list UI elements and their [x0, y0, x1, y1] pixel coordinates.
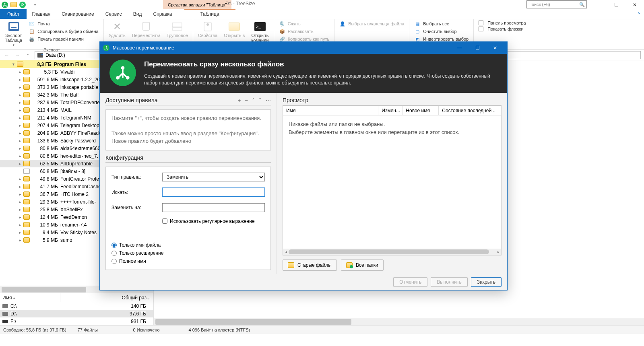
radio-fullname[interactable]: Полное имя [111, 258, 265, 264]
status-free: Свободно: 55,8 ГБ (из 97,6 ГБ) [3, 327, 66, 332]
search-input[interactable] [162, 188, 265, 197]
svg-rect-5 [11, 27, 17, 28]
replace-input[interactable] [162, 203, 265, 212]
svg-point-10 [206, 23, 209, 26]
preview-col-changed[interactable]: Измен... [378, 106, 402, 115]
bulk-rename-dialog: Массовое переименование — ☐ ✕ Переименов… [99, 41, 508, 290]
preview-col-newname[interactable]: Новое имя [402, 106, 439, 115]
contextual-tab-header: Средства вкладки "Таблица" [163, 0, 231, 9]
drives-table: Имя▴ Общий раз... C:\140 ГБD:\97,6 ГБF:\… [0, 293, 153, 325]
dialog-app-icon [103, 45, 109, 51]
dialog-description: Создавайте новые правила переименования,… [144, 73, 499, 87]
regex-checkbox[interactable] [162, 218, 167, 224]
rule-type-select[interactable]: Заменить [162, 173, 265, 181]
drives-col-name[interactable]: Имя▴ [0, 293, 60, 302]
dialog-close-button[interactable]: ✕ [486, 42, 504, 54]
drive-icon [37, 53, 43, 58]
rules-hint: Нажмите "+", чтобы создать новое правило… [105, 109, 271, 150]
rules-down-icon[interactable]: ˅ [259, 97, 262, 103]
status-excluded: 0 Исключено [133, 327, 178, 332]
search-placeholder: Поиск (F6) [528, 2, 550, 7]
mail-button[interactable]: ✉️Почта [27, 20, 100, 27]
dialog-logo-icon [109, 60, 136, 86]
rules-more-icon[interactable]: ⋯ [266, 97, 271, 103]
preview-empty-text: Никакие файлы или папки не выбраны. Выбе… [283, 115, 501, 249]
select-all-button[interactable]: ▦Выбрать все [413, 20, 470, 27]
dialog-title: Массовое переименование [113, 45, 174, 51]
minimize-button[interactable]: — [588, 0, 607, 9]
svg-rect-8 [172, 28, 182, 30]
close-dialog-button[interactable]: Закрыть [471, 277, 502, 287]
config-panel-title: Конфигурация [105, 154, 271, 163]
qat-separator [30, 2, 30, 8]
cancel-button: Отменить [393, 277, 427, 287]
compress-button: 🗜️Сжать [277, 20, 331, 27]
regex-label: Использовать регулярное выражение [170, 218, 255, 224]
menu-file[interactable]: Файл [0, 9, 27, 19]
ribbon-group-export-label: Экспорт [3, 47, 100, 53]
list-scrollbar-h[interactable] [154, 318, 644, 325]
all-folders-button[interactable]: Все папки [341, 260, 384, 271]
move-button: Переместить/ [130, 20, 162, 39]
menu-tab-home[interactable]: Главная [27, 9, 56, 19]
drive-row[interactable]: C:\140 ГБ [0, 302, 153, 310]
dialog-titlebar[interactable]: Массовое переименование — ☐ ✕ [100, 42, 507, 54]
export-table-button[interactable]: Экспорт Таблица ▾ [3, 20, 24, 47]
svg-point-13 [107, 49, 108, 50]
old-files-button[interactable]: Старые файлы [283, 260, 337, 271]
dialog-heading: Переименовать сразу несколько файлов [144, 60, 499, 70]
close-button[interactable]: ✕ [625, 0, 644, 9]
menu-tab-scan[interactable]: Сканирование [56, 9, 99, 19]
show-flags-checkbox[interactable]: Показать флажки [477, 26, 527, 32]
window-title: D:\ - TreeSize [225, 1, 255, 6]
run-button: Выполнить [431, 277, 468, 287]
drive-row[interactable]: F:\931 ГБ [0, 317, 153, 325]
rules-add-icon[interactable]: + [238, 97, 241, 103]
rules-remove-icon[interactable]: − [245, 97, 248, 103]
open-in-button: Открыть в [222, 20, 246, 39]
menu-tab-view[interactable]: Вид [128, 9, 148, 19]
radio-extension[interactable]: Только расширение [111, 250, 265, 256]
preview-col-name[interactable]: Имя [283, 106, 378, 115]
status-cluster: 4 096 Байт на кластер (NTFS) [189, 327, 250, 332]
select-owner-button: 👤Выбрать владельца файла [338, 20, 406, 27]
status-files: 77 Файлы [78, 327, 122, 332]
search-icon: 🔍 [579, 2, 585, 7]
svg-rect-6 [143, 22, 149, 30]
preview-table: Имя Измен... Новое имя Состояние последн… [283, 105, 502, 255]
clear-selection-button[interactable]: ▢Очистить выбор [413, 28, 470, 35]
title-bar: ⟳ ▾ Средства вкладки "Таблица" D:\ - Tre… [0, 0, 644, 9]
drive-row[interactable]: D:\97,6 ГБ [0, 310, 153, 317]
qat-refresh-icon[interactable]: ⟳ [19, 2, 26, 8]
search-label: Искать: [111, 189, 158, 195]
preview-panel-checkbox[interactable]: Панель просмотра [477, 20, 527, 26]
drives-col-size[interactable]: Общий раз... [60, 293, 153, 302]
search-box[interactable]: Поиск (F6) 🔍 [526, 0, 587, 8]
menu-tab-help[interactable]: Справка [147, 9, 178, 19]
group-rename-button: Групповое [165, 20, 190, 39]
qat-open-icon[interactable] [10, 2, 17, 7]
preview-scrollbar-h[interactable]: ◂▸ [283, 249, 501, 255]
dialog-maximize-button[interactable]: ☐ [469, 42, 486, 54]
radio-filename[interactable]: Только имя файла [111, 242, 265, 248]
properties-button: Свойства [196, 20, 219, 39]
status-bar: Свободно: 55,8 ГБ (из 97,6 ГБ) 77 Файлы … [0, 325, 644, 334]
menu-tab-table[interactable]: Таблица [184, 9, 235, 19]
open-cmd-button[interactable]: >_ Открыть командн [250, 20, 270, 43]
copy-clipboard-button[interactable]: 📋Скопировать в буфер обмена [27, 28, 100, 35]
rule-type-label: Тип правила: [111, 174, 158, 180]
print-right-button[interactable]: 🖨️Печать правой панели [27, 35, 100, 43]
unpack-button: 📦Распаковать [277, 28, 331, 35]
preview-panel-title: Просмотр [283, 97, 308, 103]
preview-col-status[interactable]: Состояние последней .. [439, 106, 501, 115]
dialog-minimize-button[interactable]: — [451, 42, 469, 54]
ribbon-collapse-icon[interactable]: ^ [634, 9, 644, 19]
delete-button: ✕ Удалить [107, 20, 127, 39]
app-icon [2, 2, 8, 8]
menu-tab-service[interactable]: Сервис [100, 9, 128, 19]
rules-up-icon[interactable]: ˄ [252, 97, 255, 103]
maximize-button[interactable]: ☐ [607, 0, 625, 9]
rules-panel-title: Доступные правила [105, 97, 157, 103]
dialog-header: Переименовать сразу несколько файлов Соз… [100, 54, 507, 93]
qat-customize-icon[interactable]: ▾ [34, 3, 36, 6]
